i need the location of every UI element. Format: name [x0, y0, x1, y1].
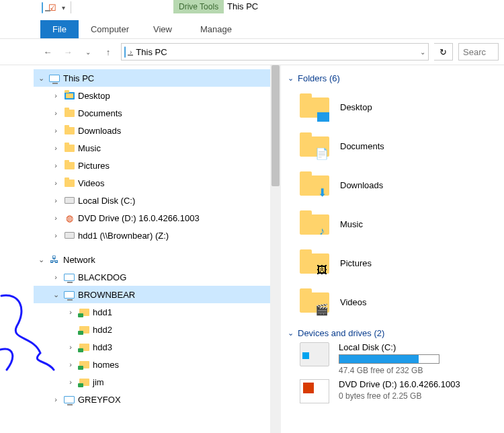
collapse-icon[interactable]: ⌄: [36, 255, 46, 264]
drive-free-text: 0 bytes free of 2.25 GB: [339, 391, 460, 401]
refresh-button[interactable]: ↻: [434, 43, 453, 61]
folder-downloads[interactable]: ⬇ Downloads: [288, 165, 497, 204]
expand-icon[interactable]: ›: [51, 395, 60, 403]
expand-icon[interactable]: ›: [51, 196, 60, 204]
drive-label: Local Disk (C:): [339, 342, 439, 352]
group-folders[interactable]: ⌄ Folders (6): [288, 73, 497, 83]
network-icon: 🖧: [48, 253, 60, 266]
tab-view[interactable]: View: [141, 20, 184, 38]
drive-dvd-d[interactable]: DVD Drive (D:) 16.0.4266.1003 0 bytes fr…: [288, 379, 497, 403]
pc-icon: [48, 72, 60, 84]
tree-host-blackdog[interactable]: › BLACKDOG: [34, 268, 281, 286]
folder-icon: ♪: [300, 210, 331, 237]
expand-icon[interactable]: ›: [51, 144, 60, 152]
dvd-icon: ◍: [63, 212, 75, 224]
history-dropdown[interactable]: ⌄: [81, 44, 95, 59]
forward-button[interactable]: →: [60, 44, 75, 59]
drive-local-disk-c[interactable]: Local Disk (C:) 47.4 GB free of 232 GB: [288, 342, 497, 375]
tree-label: DVD Drive (D:) 16.0.4266.1003: [78, 213, 200, 223]
group-drives[interactable]: ⌄ Devices and drives (2): [288, 328, 497, 338]
expand-icon[interactable]: ›: [51, 126, 60, 134]
tree-label: Music: [78, 143, 101, 153]
nav-scrollbar[interactable]: [270, 65, 281, 433]
tree-network[interactable]: ⌄ 🖧 Network: [34, 251, 281, 268]
tree-this-pc[interactable]: ⌄ This PC: [34, 69, 281, 87]
folder-label: Downloads: [340, 180, 383, 190]
pc-icon: [124, 47, 126, 57]
tree-share-hdd3[interactable]: › hdd3: [34, 338, 281, 356]
tree-label: homes: [93, 360, 119, 370]
tree-local-disk-c[interactable]: › Local Disk (C:): [34, 192, 281, 209]
tree-label: GREYFOX: [78, 395, 121, 405]
tree-label: BLACKDOG: [78, 272, 126, 282]
tree-host-greyfox[interactable]: › GREYFOX: [34, 391, 281, 408]
separator: [71, 1, 71, 13]
collapse-icon[interactable]: ⌄: [36, 74, 46, 83]
tab-computer[interactable]: Computer: [79, 20, 141, 38]
tree-pictures[interactable]: › Pictures: [34, 157, 281, 174]
disk-icon: [63, 194, 75, 206]
folder-desktop[interactable]: Desktop: [288, 87, 497, 126]
address-segment[interactable]: This PC: [136, 47, 167, 57]
search-input[interactable]: Searc: [458, 43, 499, 61]
tree-label: hdd2: [93, 325, 112, 335]
folder-icon: [300, 93, 331, 120]
tab-file[interactable]: File: [40, 20, 79, 38]
expand-icon[interactable]: ›: [66, 343, 75, 351]
dvd-icon: [300, 379, 329, 403]
group-label: Folders (6): [298, 73, 340, 83]
tree-host-brownbear[interactable]: ⌄ BROWNBEAR: [34, 286, 281, 303]
group-label: Devices and drives (2): [298, 328, 384, 338]
share-folder-icon: [78, 306, 90, 318]
tree-downloads[interactable]: › Downloads: [34, 122, 281, 139]
tree-label: Network: [63, 255, 95, 265]
back-button[interactable]: ←: [40, 44, 55, 59]
tree-network-drive-z[interactable]: › hdd1 (\\Brownbear) (Z:): [34, 227, 281, 244]
address-bar[interactable]: › This PC ⌄: [121, 43, 429, 61]
expand-icon[interactable]: ›: [51, 214, 60, 222]
contextual-tab-drive-tools[interactable]: Drive Tools: [173, 0, 224, 13]
tree-share-homes[interactable]: › homes: [34, 356, 281, 373]
expand-icon[interactable]: ›: [51, 161, 60, 169]
expand-icon[interactable]: ›: [66, 360, 75, 368]
tree-label: Desktop: [78, 91, 110, 101]
pc-icon: [63, 288, 75, 301]
expand-icon[interactable]: ›: [51, 109, 60, 117]
expand-icon[interactable]: ›: [51, 273, 60, 281]
tree-share-hdd1[interactable]: › hdd1: [34, 303, 281, 321]
expand-icon[interactable]: ›: [51, 231, 60, 239]
folder-documents[interactable]: 📄 Documents: [288, 126, 497, 165]
tree-desktop[interactable]: › Desktop: [34, 87, 281, 104]
share-folder-icon: [78, 358, 90, 370]
tree-share-jim[interactable]: › jim: [34, 373, 281, 391]
up-button[interactable]: ↑: [101, 44, 116, 59]
folder-music[interactable]: ♪ Music: [288, 204, 497, 243]
folder-videos[interactable]: 🎬 Videos: [288, 282, 497, 321]
folder-label: Music: [340, 219, 363, 229]
tree-dvd-drive-d[interactable]: › ◍ DVD Drive (D:) 16.0.4266.1003: [34, 209, 281, 227]
folder-pictures[interactable]: 🖼 Pictures: [288, 243, 497, 282]
tab-manage[interactable]: Manage: [188, 20, 244, 38]
tree-share-hdd2[interactable]: › hdd2: [34, 321, 281, 338]
chevron-down-icon: ⌄: [288, 329, 294, 338]
expand-icon[interactable]: ›: [51, 91, 60, 100]
tree-documents[interactable]: › Documents: [34, 104, 281, 122]
expand-icon[interactable]: ›: [51, 179, 60, 187]
pc-icon: [63, 393, 75, 405]
folder-label: Videos: [340, 297, 367, 307]
folder-icon: [63, 107, 75, 119]
folder-label: Desktop: [340, 102, 372, 112]
collapse-icon[interactable]: ⌄: [51, 290, 60, 299]
chevron-down-icon: ⌄: [288, 74, 294, 83]
tree-label: BROWNBEAR: [78, 290, 135, 300]
share-folder-icon: [78, 341, 90, 353]
expand-icon[interactable]: ›: [66, 378, 75, 386]
drive-label: DVD Drive (D:) 16.0.4266.1003: [339, 379, 460, 389]
address-dropdown-icon[interactable]: ⌄: [420, 48, 425, 56]
tree-videos[interactable]: › Videos: [34, 174, 281, 192]
expand-icon[interactable]: ›: [66, 308, 75, 316]
qat-dropdown-icon[interactable]: ▾: [62, 4, 65, 11]
navigation-pane: ⌄ This PC › Desktop › Documents › Downlo…: [0, 65, 281, 433]
folder-label: Documents: [340, 141, 384, 151]
tree-music[interactable]: › Music: [34, 139, 281, 157]
